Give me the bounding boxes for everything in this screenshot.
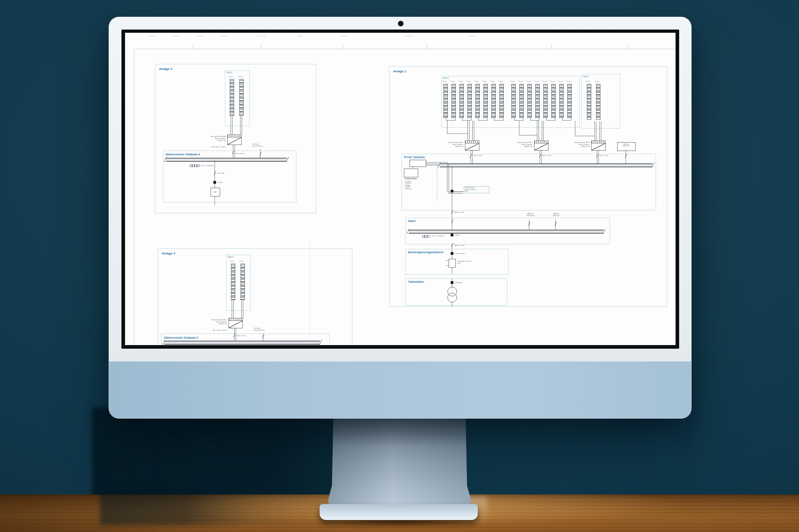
anlage3-inverter[interactable] [229, 318, 243, 328]
bus-legend: 1 Profibus2 Ethernet3 S0-Bus4 RS4855 Mes… [405, 181, 411, 190]
pv-string: String 2 [240, 260, 244, 300]
pv-string: String 11 [527, 81, 531, 118]
anlage3-inverter-sublabel: AC-seitig 3 × 400 V [206, 329, 227, 331]
trafo-meter-label: MS-Zähler [455, 282, 463, 284]
anlage2-busbox-label: Zählerverteiler Gebäude A [165, 153, 200, 156]
pv-string: String 6 [483, 81, 487, 118]
anlage1-inverter-1[interactable] [465, 141, 479, 151]
anlage1-title: Anlage 1 [393, 69, 406, 73]
meter-icon [451, 252, 453, 255]
anlage3-title: Anlage 3 [162, 252, 175, 255]
scene: Anlage 2 Dach A String 1String 2 Wechsel… [0, 0, 799, 532]
anlage3-inverter-label: Wechselrichter WR CSunny Tripower15000TL… [204, 319, 227, 325]
anlage1-inverter-2[interactable] [534, 141, 549, 151]
kskv-down-label: NAYY-J 4×150 [454, 244, 465, 246]
kskv-feeder-c-label: AbgangGebäude C [549, 212, 564, 216]
meter-icon [213, 181, 216, 184]
anlage3-busbar [164, 341, 320, 345]
nsp-label: Niederspannungsnetzwerk [408, 251, 443, 254]
kskv-system-label: z. B. 3 × 230/400 V [430, 235, 444, 237]
pv-string: String 10 [519, 81, 523, 118]
pv-string: String 16 [567, 81, 571, 118]
pv-string: String 1 [231, 260, 235, 300]
pv-string: String 15 [559, 81, 563, 118]
datalogger-device[interactable] [409, 160, 426, 167]
kskv-busbar [409, 230, 604, 234]
kskv-feeder-a-label: AbgangGebäude A [522, 212, 538, 216]
pv-string: String 13 [543, 81, 547, 118]
kskv-meter-label: Zähler [455, 234, 459, 236]
pv-string: String 1 [587, 81, 590, 120]
anlage1-roof2-label: Dach 2 [583, 75, 589, 77]
anlage1-inverter-3[interactable] [591, 141, 606, 151]
anlage1-inverter1-label: Wechselrichter WR 1Sunny Tripower25000TL… [442, 141, 463, 147]
na-protection-box[interactable]: ZentralerNA-Schutz [617, 142, 636, 151]
imac-chin [109, 361, 691, 418]
metering-note: SummenzählerBezug / LieferungEVU [464, 186, 489, 193]
pv-string: String 1 [443, 81, 447, 118]
transformer-icon [447, 293, 457, 302]
anlage1-roof2-strings: String 1String 2 [587, 81, 600, 120]
sammler-down-label: NAYY-J 4×50 [454, 211, 464, 213]
meter-icon [451, 234, 453, 236]
kskv-label: KSKV [408, 220, 415, 222]
imac-stand-base [320, 504, 478, 520]
anlage2-roof-label: Dach A [227, 71, 233, 73]
webcam-icon [398, 21, 403, 26]
pv-string: String 2 [451, 81, 455, 118]
pv-string: String 5 [475, 81, 479, 118]
pv-string: String 7 [491, 81, 495, 118]
anlage3-busbox-label: Zählerverteiler Gebäude C [164, 336, 199, 339]
trafo-label: Trafostation [408, 280, 424, 283]
pv-ac-sammler-label: PV-AC Sammler [404, 156, 425, 159]
anlage3-string-group: String 1String 2 [231, 260, 244, 300]
nsp-meter-label: NH-Trennung [455, 252, 465, 254]
anlage2-string-group: String 1String 2 [230, 76, 243, 116]
imac-stand-pedestal [328, 418, 471, 505]
anlage1-inverter3-label: Wechselrichter WR 3Sunny Tripower25000TL… [568, 141, 590, 147]
meter-icon [451, 190, 453, 193]
metering-device [449, 259, 456, 268]
pv-string: String 9 [511, 81, 515, 118]
pv-string: String 14 [551, 81, 555, 118]
anlage1-roof1-label: Dach 1 [443, 77, 449, 79]
anlage1-inverter2-label: Wechselrichter WR 2Sunny Tripower25000TL… [511, 141, 533, 147]
profibus-device[interactable] [404, 169, 418, 177]
anlage3-roof-label: Dach C [228, 256, 234, 258]
pv-string: String 2 [239, 76, 243, 116]
pv-string: String 8 [499, 81, 503, 118]
anlage2-inverter-label: Wechselrichter WR ASunny Tripower15000TL… [203, 135, 226, 141]
anlage2-busbar [166, 158, 287, 162]
anlage2-inverter[interactable] [227, 135, 242, 145]
pv-string: String 4 [467, 81, 471, 118]
anlage3-feed-label: ZuleitungHausanschluss [254, 327, 264, 331]
anlage2-feed-label: ZuleitungHausanschluss [252, 143, 263, 147]
pv-string: String 2 [596, 81, 600, 120]
anlage1-roof1-strings: String 1String 2String 3String 4String 5… [443, 81, 571, 118]
pv-string: String 1 [230, 76, 233, 116]
profibus-label: Profibusmaster [405, 178, 417, 180]
anlage2-title: Anlage 2 [159, 67, 172, 71]
anlage2-inverter-sublabel: AC-seitig 3 × 400 V [205, 146, 226, 148]
pv-ac-busbar [440, 163, 652, 167]
nsp-device-label: ÜbergabemessungEVU [457, 260, 471, 264]
pv-string: String 3 [459, 81, 463, 118]
meter-icon [451, 281, 453, 284]
pv-string: String 12 [535, 81, 539, 118]
display-screen: Anlage 2 Dach A String 1String 2 Wechsel… [125, 33, 676, 345]
diagram-canvas[interactable]: Anlage 2 Dach A String 1String 2 Wechsel… [125, 33, 676, 345]
